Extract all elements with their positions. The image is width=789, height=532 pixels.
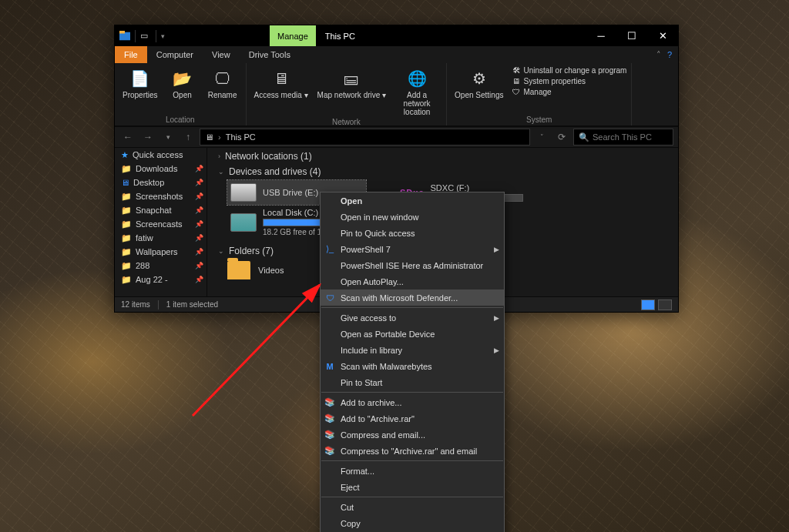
properties-icon: 📄 xyxy=(129,68,151,89)
manage-icon: 🛡 xyxy=(512,88,520,96)
open-button[interactable]: 📂Open xyxy=(164,66,201,101)
ctx-malwarebytes[interactable]: MScan with Malwarebytes xyxy=(321,358,504,374)
pin-icon: 📌 xyxy=(195,192,203,200)
pin-icon: 📌 xyxy=(195,179,203,186)
up-button[interactable]: ↑ xyxy=(180,129,196,146)
ctx-open[interactable]: Open xyxy=(321,192,504,209)
add-location-button[interactable]: 🌐Add a network location xyxy=(392,66,442,118)
ribbon: 📄Properties 📂Open 🖵Rename Location 🖥Acce… xyxy=(115,63,678,126)
close-button[interactable]: ✕ xyxy=(647,25,678,46)
ctx-pin-start[interactable]: Pin to Start xyxy=(321,374,504,390)
desktop-icon: 🖥 xyxy=(121,178,129,187)
ribbon-tabs: File Computer View Drive Tools ˄ ? xyxy=(115,46,678,63)
rename-icon: 🖵 xyxy=(212,68,233,89)
breadcrumb[interactable]: 🖥 › This PC xyxy=(200,129,530,146)
ctx-cut[interactable]: Cut xyxy=(321,499,504,515)
malwarebytes-icon: M xyxy=(324,360,336,373)
selection-count: 1 item selected xyxy=(166,300,218,309)
uninstall-button[interactable]: 🛠Uninstall or change a program xyxy=(512,66,626,75)
devices-drives-group[interactable]: ⌄Devices and drives (4) xyxy=(207,163,678,179)
folder-icon: 📁 xyxy=(121,219,132,229)
folder-icon: 📁 xyxy=(121,164,132,174)
sidebar-item-fatiw[interactable]: 📁fatiw📌 xyxy=(115,231,206,245)
network-locations-group[interactable]: ›Network locations (1) xyxy=(207,148,678,163)
address-dropdown[interactable]: ˅ xyxy=(533,129,550,146)
qat-dropdown-icon[interactable]: ▾ xyxy=(161,32,165,40)
quick-access-toolbar: ▭ ▾ xyxy=(115,25,170,46)
forward-button[interactable]: → xyxy=(139,129,156,146)
ctx-give-access[interactable]: Give access to▶ xyxy=(321,309,504,326)
sidebar-item-288[interactable]: 📁288📌 xyxy=(115,259,206,273)
manage-tab[interactable]: Manage xyxy=(270,25,316,46)
sidebar-item-downloads[interactable]: 📁Downloads📌 xyxy=(115,162,206,176)
window-title: This PC xyxy=(316,25,364,46)
group-label: System xyxy=(526,115,552,124)
sidebar-item-wallpapers[interactable]: 📁Wallpapers📌 xyxy=(115,245,206,259)
ctx-copy[interactable]: Copy xyxy=(321,515,504,531)
network-group: 🖥Access media ▾ 🖴Map network drive ▾ 🌐Ad… xyxy=(247,63,448,125)
folder-label: Videos xyxy=(258,266,284,275)
usb-drive-icon xyxy=(230,183,257,202)
chevron-down-icon: ⌄ xyxy=(218,247,224,255)
separator xyxy=(321,307,503,308)
quick-access[interactable]: ★Quick access xyxy=(115,148,206,162)
back-button[interactable]: ← xyxy=(119,129,136,146)
winrar-icon: 📚 xyxy=(324,413,336,425)
history-dropdown[interactable]: ▾ xyxy=(159,129,176,146)
pc-icon: 🖥 xyxy=(205,132,213,142)
ctx-compress-rar-email[interactable]: 📚Compress to "Archive.rar" and email xyxy=(321,443,504,459)
access-media-button[interactable]: 🖥Access media ▾ xyxy=(251,66,311,118)
ctx-eject[interactable]: Eject xyxy=(321,479,504,495)
properties-icon[interactable]: ▭ xyxy=(140,31,151,42)
drive-label: USB Drive (E:) xyxy=(263,188,318,197)
pin-icon: 📌 xyxy=(195,248,203,256)
computer-tab[interactable]: Computer xyxy=(147,46,203,63)
ribbon-collapse-icon[interactable]: ˄ xyxy=(656,50,661,60)
open-settings-button[interactable]: ⚙Open Settings xyxy=(452,66,506,101)
file-tab[interactable]: File xyxy=(115,46,147,63)
group-label: Network xyxy=(332,118,361,126)
help-icon[interactable]: ? xyxy=(667,50,672,59)
minimize-button[interactable]: ─ xyxy=(586,25,616,46)
rename-button[interactable]: 🖵Rename xyxy=(204,66,241,101)
manage-button[interactable]: 🛡Manage xyxy=(512,88,626,96)
ctx-open-new-window[interactable]: Open in new window xyxy=(321,209,504,225)
item-count: 12 items xyxy=(121,300,150,309)
ctx-portable-device[interactable]: Open as Portable Device xyxy=(321,326,504,342)
ctx-scan-defender[interactable]: 🛡Scan with Microsoft Defender... xyxy=(321,289,504,306)
separator xyxy=(321,392,503,393)
sidebar-item-screenshots[interactable]: 📁Screenshots📌 xyxy=(115,189,206,203)
ctx-compress-email[interactable]: 📚Compress and email... xyxy=(321,427,504,443)
sidebar-item-aug22[interactable]: 📁Aug 22 -📌 xyxy=(115,273,206,286)
system-properties-button[interactable]: 🖥System properties xyxy=(512,77,626,85)
details-view-button[interactable] xyxy=(641,299,655,310)
sidebar-item-snapchat[interactable]: 📁Snapchat📌 xyxy=(115,203,206,217)
hdd-icon xyxy=(230,213,257,232)
properties-button[interactable]: 📄Properties xyxy=(119,66,161,101)
search-input[interactable]: 🔍Search This PC xyxy=(573,129,673,146)
star-icon: ★ xyxy=(121,150,129,160)
folder-icon: 📁 xyxy=(121,233,132,243)
ctx-add-rar[interactable]: 📚Add to "Archive.rar" xyxy=(321,410,504,427)
folder-icon: 📁 xyxy=(121,247,132,257)
location-group: 📄Properties 📂Open 🖵Rename Location xyxy=(115,63,247,125)
ctx-autoplay[interactable]: Open AutoPlay... xyxy=(321,273,504,289)
ctx-ise-admin[interactable]: PowerShell ISE Here as Administrator xyxy=(321,257,504,273)
ctx-format[interactable]: Format... xyxy=(321,463,504,479)
group-label: Location xyxy=(166,115,195,124)
drive-tools-tab[interactable]: Drive Tools xyxy=(240,46,300,63)
refresh-button[interactable]: ⟳ xyxy=(553,129,570,146)
ctx-pin-quick-access[interactable]: Pin to Quick access xyxy=(321,225,504,241)
sidebar-item-desktop[interactable]: 🖥Desktop📌 xyxy=(115,176,206,189)
maximize-button[interactable]: ☐ xyxy=(616,25,647,46)
pin-icon: 📌 xyxy=(195,206,203,214)
map-drive-button[interactable]: 🖴Map network drive ▾ xyxy=(314,66,389,118)
breadcrumb-item[interactable]: This PC xyxy=(226,132,256,142)
view-tab[interactable]: View xyxy=(203,46,240,63)
ctx-include-library[interactable]: Include in library▶ xyxy=(321,342,504,358)
sidebar-item-screencasts[interactable]: 📁Screencasts📌 xyxy=(115,217,206,231)
ctx-add-archive[interactable]: 📚Add to archive... xyxy=(321,394,504,410)
separator xyxy=(321,460,503,461)
ctx-powershell7[interactable]: ⟩_PowerShell 7▶ xyxy=(321,241,504,257)
tiles-view-button[interactable] xyxy=(658,299,672,310)
